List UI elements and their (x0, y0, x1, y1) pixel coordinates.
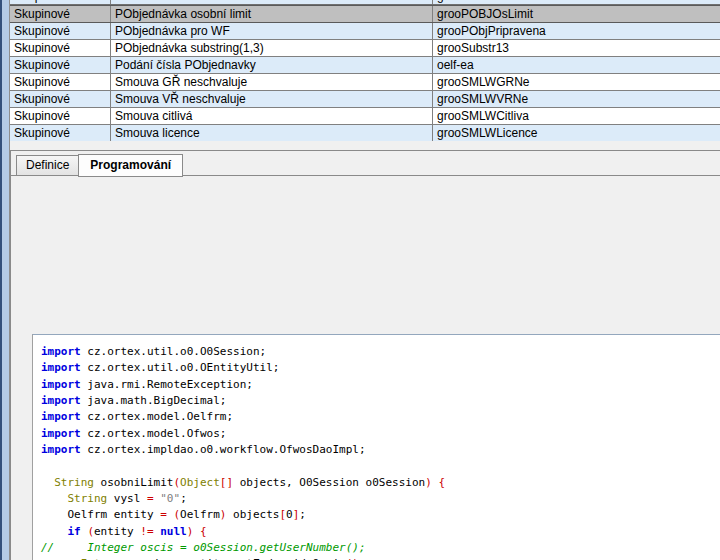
cell-description: Smouva licence (111, 125, 433, 141)
cell-description: PObjednávka pro WF (111, 23, 433, 39)
code-line: Integer oscis = entity.getZodpovidaOscis… (41, 556, 720, 560)
cell-code: oelf-ea (433, 57, 720, 73)
cell-code: g (437, 0, 720, 3)
code-line: Oelfrm entity = (Oelfrm) objects[0]; (41, 507, 720, 523)
cell-group: Skupinové (10, 23, 111, 39)
cell-description: PObjednávka substring(1,3) (111, 40, 433, 56)
cell-code: grooSMLWLicence (433, 125, 720, 141)
cell-code: grooSubstr13 (433, 40, 720, 56)
detail-tab-panel: Definice Programování import cz.ortex.ut… (10, 150, 720, 560)
code-line: String osobniLimit(Object[] objects, O0S… (41, 475, 720, 491)
code-line: import cz.ortex.util.o0.O0Session; (41, 344, 720, 360)
table-row[interactable]: SkupinovéPObjednávka pro WFgrooPObjPripr… (10, 23, 720, 40)
panel-gap (10, 141, 720, 150)
code-line: import cz.ortex.util.o0.OEntityUtil; (41, 360, 720, 376)
cell-group: Skupinové (10, 40, 111, 56)
code-line: import java.rmi.RemoteException; (41, 377, 720, 393)
cell-description: Smouva VŘ neschvaluje (111, 91, 433, 107)
table-row[interactable]: SkupinovéPObjednávka substring(1,3)grooS… (10, 40, 720, 57)
cell-code: grooPOBJOsLimit (433, 6, 720, 22)
table-row[interactable]: SkupinovéSmouva licencegrooSMLWLicence (10, 125, 720, 142)
cell-description: Podání čísla PObjednavky (111, 57, 433, 73)
cell-group: Skupinové (10, 125, 111, 141)
tab-bar: Definice Programování (16, 153, 182, 176)
code-line: import java.math.BigDecimal; (41, 393, 720, 409)
code-line: if (entity != null) { (41, 524, 720, 540)
cell-group: Skupinové (10, 6, 111, 22)
cell-group: Skupinové (10, 91, 111, 107)
table-row[interactable]: SkupinovéPObjednávka osobní limitgrooPOB… (10, 5, 720, 23)
code-line: import cz.ortex.model.Oelfrm; (41, 409, 720, 425)
code-line: import cz.ortex.impldao.o0.workflow.Ofwo… (41, 442, 720, 458)
cell-group: Skupinové (10, 108, 111, 124)
code-line: import cz.ortex.model.Ofwos; (41, 426, 720, 442)
code-line: String vysl = "0"; (41, 491, 720, 507)
cell-description: PObjednávka osobní limit (111, 6, 433, 22)
cell-group: Skupinové (10, 57, 111, 73)
cell-code: grooPObjPripravena (433, 23, 720, 39)
cell-description: Smouva citlivá (111, 108, 433, 124)
cell-code: grooSMLWGRNe (433, 74, 720, 90)
table-row[interactable]: SkupinovéSmouva GŘ neschvalujegrooSMLWGR… (10, 74, 720, 91)
code-editor[interactable]: import cz.ortex.util.o0.O0Session;import… (32, 334, 720, 560)
code-line: // Integer oscis = o0Session.getUserNumb… (41, 540, 720, 556)
cell-group: Skupinové (14, 0, 110, 3)
table-row[interactable]: SkupinovéSmouva VŘ neschvalujegrooSMLWVR… (10, 91, 720, 108)
cell-code: grooSMLWCitliva (433, 108, 720, 124)
window-border-glass (2, 0, 9, 560)
tab-programovani[interactable]: Programování (78, 154, 183, 177)
cell-group: Skupinové (10, 74, 111, 90)
code-content: import cz.ortex.util.o0.O0Session;import… (33, 335, 720, 560)
table-row[interactable]: SkupinovéSmouva citlivágrooSMLWCitliva (10, 108, 720, 125)
cell-description: Smouva GŘ neschvaluje (111, 74, 433, 90)
workflow-rules-table: Skupinové g SkupinovéPObjednávka osobní … (10, 0, 720, 143)
tab-definice[interactable]: Definice (16, 155, 79, 176)
code-line (41, 458, 720, 474)
table-row[interactable]: SkupinovéPodání čísla PObjednavkyoelf-ea (10, 57, 720, 74)
cell-code: grooSMLWVRNe (433, 91, 720, 107)
